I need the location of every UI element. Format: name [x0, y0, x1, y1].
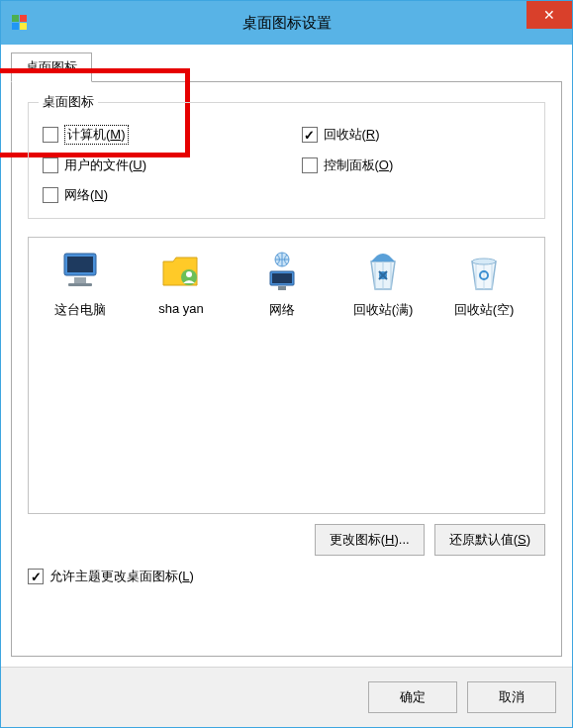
- tab-label: 桌面图标: [26, 59, 77, 74]
- checkbox-box[interactable]: [43, 157, 58, 173]
- icon-label: 这台电脑: [54, 301, 106, 319]
- checkbox-computer[interactable]: 计算机(M): [43, 125, 272, 145]
- icon-item-user-folder[interactable]: sha yan: [142, 248, 221, 316]
- svg-rect-2: [12, 23, 19, 30]
- svg-rect-1: [20, 15, 27, 22]
- checkbox-box[interactable]: [28, 569, 44, 584]
- icon-buttons-row: 更改图标(H)... 还原默认值(S): [28, 524, 545, 556]
- network-icon: [258, 248, 306, 295]
- svg-rect-6: [74, 277, 86, 283]
- checkbox-network[interactable]: 网络(N): [43, 186, 272, 204]
- icon-item-network[interactable]: 网络: [242, 248, 322, 319]
- content-area: 桌面图标 桌面图标 计算机(M): [1, 45, 572, 667]
- checkbox-grid: 计算机(M) 回收站(R) 用户的文件(U): [43, 113, 530, 204]
- tab-panel: 桌面图标 计算机(M) 回收站(R): [11, 82, 562, 657]
- change-icon-button[interactable]: 更改图标(H)...: [315, 524, 425, 556]
- icon-preview-list[interactable]: 这台电脑 sha yan: [28, 237, 545, 514]
- icon-label: 网络: [269, 301, 295, 319]
- user-folder-icon: [157, 248, 205, 295]
- button-label: 确定: [400, 689, 426, 704]
- group-legend: 桌面图标: [39, 93, 98, 111]
- restore-default-button[interactable]: 还原默认值(S): [434, 524, 545, 556]
- recycle-empty-icon: [460, 248, 508, 295]
- checkbox-label: 控制面板(O): [324, 156, 394, 174]
- ok-button[interactable]: 确定: [368, 681, 457, 713]
- checkbox-box[interactable]: [43, 127, 58, 143]
- svg-rect-13: [278, 286, 286, 290]
- checkbox-label: 回收站(R): [324, 126, 380, 144]
- checkbox-recycle-bin[interactable]: 回收站(R): [302, 125, 531, 145]
- close-button[interactable]: ✕: [526, 1, 572, 29]
- recycle-full-icon: [359, 248, 407, 295]
- icon-label: 回收站(满): [353, 301, 414, 319]
- icon-label: 回收站(空): [454, 301, 515, 319]
- icon-item-recycle-full[interactable]: 回收站(满): [343, 248, 423, 319]
- checkbox-label: 网络(N): [64, 186, 108, 204]
- tab-desktop-icons[interactable]: 桌面图标: [11, 52, 92, 82]
- checkbox-control-panel[interactable]: 控制面板(O): [302, 156, 531, 174]
- cancel-button[interactable]: 取消: [467, 681, 556, 713]
- svg-rect-0: [12, 15, 19, 22]
- icon-item-recycle-empty[interactable]: 回收站(空): [444, 248, 524, 319]
- checkbox-label: 计算机(M): [64, 125, 129, 145]
- allow-theme-checkbox[interactable]: 允许主题更改桌面图标(L): [28, 568, 545, 585]
- window-title: 桌面图标设置: [242, 14, 332, 33]
- titlebar: 桌面图标设置 ✕: [1, 1, 572, 45]
- app-icon: [11, 14, 29, 32]
- close-icon: ✕: [543, 7, 555, 23]
- svg-rect-5: [67, 257, 93, 272]
- desktop-icon-settings-window: 桌面图标设置 ✕ 桌面图标 桌面图标 计算机(M): [0, 0, 573, 728]
- computer-icon: [56, 248, 104, 295]
- dialog-button-bar: 确定 取消: [1, 667, 572, 727]
- button-label: 取消: [499, 689, 525, 704]
- checkbox-user-files[interactable]: 用户的文件(U): [43, 156, 272, 174]
- checkbox-box[interactable]: [302, 127, 318, 143]
- checkbox-box[interactable]: [302, 157, 318, 173]
- svg-rect-7: [68, 283, 92, 286]
- desktop-icons-group: 桌面图标 计算机(M) 回收站(R): [28, 102, 545, 219]
- svg-point-9: [186, 271, 192, 277]
- checkbox-label: 用户的文件(U): [64, 156, 146, 174]
- svg-rect-12: [272, 273, 292, 283]
- svg-point-15: [472, 259, 496, 264]
- svg-rect-3: [20, 23, 27, 30]
- checkbox-box[interactable]: [43, 187, 58, 203]
- icon-label: sha yan: [158, 301, 204, 316]
- checkbox-label: 允许主题更改桌面图标(L): [49, 568, 194, 585]
- icon-item-computer[interactable]: 这台电脑: [41, 248, 120, 319]
- tab-strip: 桌面图标: [11, 52, 562, 82]
